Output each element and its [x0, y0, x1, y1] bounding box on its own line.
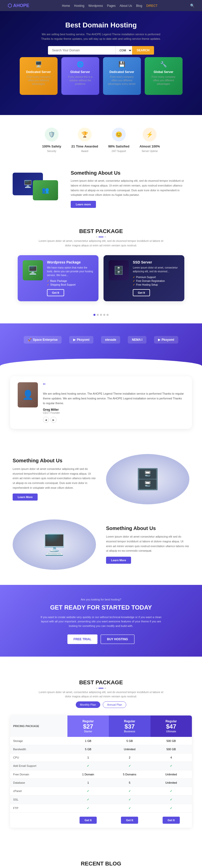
- brand-icon-5: ▶: [158, 338, 160, 342]
- about-learn-more-btn[interactable]: Learn more: [71, 201, 96, 208]
- feature-icon-2: 🌐: [66, 61, 95, 68]
- feature-icon-1: 🖥️: [24, 61, 53, 68]
- search-icon[interactable]: 🔍: [190, 3, 195, 7]
- sdot-3[interactable]: [100, 314, 102, 316]
- sdot-4[interactable]: [103, 314, 105, 316]
- pkg-feature-2a: Premium Support: [133, 276, 179, 279]
- pricing-pkg-label: PRICING PACKAGE: [10, 715, 68, 737]
- pricing-toggle: Monthly Plan Annual Plan: [10, 702, 192, 708]
- feature-title-1: Dedicated Server: [24, 70, 53, 74]
- pricing-row-cpu: CPU 1 2 4: [10, 753, 192, 762]
- feature-storage: Storage: [10, 737, 68, 745]
- email-v2: ✓: [109, 762, 150, 770]
- nav-home[interactable]: Home: [62, 4, 70, 7]
- blog-title: RECENT BLOG: [20, 861, 182, 867]
- testimonial-next-btn[interactable]: ▶: [51, 417, 56, 423]
- monthly-plan-btn[interactable]: Monthly Plan: [76, 702, 101, 708]
- cta-title: GET READY FOR STARTED TODAY: [10, 604, 192, 611]
- about-images: 🖥️ 👥: [12, 173, 63, 205]
- pricing-btn-cell-2: Get It: [109, 812, 150, 828]
- feature-ssl: SSL: [10, 795, 68, 804]
- testimonial-title: CEO / Founder: [43, 411, 184, 414]
- brand-4: NEMA I: [128, 336, 147, 343]
- hero-search-form: .COM.NET.ORG SEARCH: [48, 46, 154, 55]
- package-cards-1: 🖥️ Wordpress Package We have many option…: [0, 250, 202, 311]
- nav-hosting[interactable]: Hosting: [74, 4, 84, 7]
- nav-blog[interactable]: Blog: [136, 4, 142, 7]
- pkg-feature-1a: Basic Package: [47, 280, 94, 282]
- sdot-5[interactable]: [106, 314, 108, 316]
- nav-direct[interactable]: DIRECT: [146, 4, 157, 7]
- pricing-row-cpanel: cPanel ✓ ✓ ✓: [10, 787, 192, 795]
- pricing-tfoot: Get It Get It Get It: [10, 812, 192, 828]
- domain-search-input[interactable]: [48, 46, 116, 55]
- feature-desc-3: From every company offers you different …: [107, 75, 137, 86]
- annual-plan-btn[interactable]: Annual Plan: [103, 702, 126, 708]
- pkg-feature-2c: Free Hosting Setup: [133, 283, 179, 286]
- get-it-btn-2[interactable]: Get It: [121, 817, 138, 824]
- nav-wordpress[interactable]: Wordpress: [89, 4, 103, 7]
- testimonial-content: " We are selling best hosting service. T…: [43, 382, 184, 423]
- about3-text: Something About Us Lorem ipsum dolor sit…: [106, 525, 190, 564]
- cta-buy-hosting-btn[interactable]: BUY HOSTING: [101, 634, 134, 644]
- pkg-desc-2: Lorem ipsum dolor sit amet, consectetur …: [133, 266, 179, 273]
- storage-v1: 1 GB: [68, 737, 109, 745]
- stat-uptime-desc: Server Uptime: [142, 150, 158, 153]
- pkg-btn-1[interactable]: Get It: [47, 289, 64, 296]
- about-section-3: 🖥️ Something About Us Lorem ipsum dolor …: [0, 515, 202, 585]
- domain-extension-select[interactable]: .COM.NET.ORG: [116, 46, 132, 55]
- pkg-content-2: SSD Server Lorem ipsum dolor sit amet, c…: [133, 260, 179, 296]
- pricing-plan-1: Regular $27 Starter: [68, 715, 109, 737]
- stat-safety: 🛡️ 100% Safety Security: [42, 128, 61, 153]
- best-package-header-1: BEST PACKAGE Lorem ipsum dolor sit amet,…: [0, 218, 202, 250]
- logo-text: AHOPE: [13, 3, 29, 8]
- sdot-1[interactable]: [94, 314, 96, 316]
- plan3-period: Regular: [153, 719, 189, 723]
- stat-award-label: 21 Time Awarded: [72, 145, 98, 148]
- brand-3: elevade: [101, 336, 120, 343]
- site-logo[interactable]: ⬡ AHOPE: [7, 2, 29, 8]
- pkg-features-1: Basic Package Shipping Boot Support: [47, 280, 94, 286]
- about2-desc: Lorem ipsum dolor sit amet consectetur a…: [12, 467, 96, 490]
- pkg-title-2: SSD Server: [133, 260, 179, 264]
- storage-v2: 5 GB: [109, 737, 150, 745]
- ssl-v3: ✓: [151, 795, 192, 804]
- hero-title: Best Domain Hosting: [65, 21, 136, 29]
- get-it-btn-3[interactable]: Get It: [162, 817, 180, 824]
- cta-free-trial-btn[interactable]: FREE TRIAL: [68, 634, 98, 644]
- database-v2: 5: [109, 778, 150, 787]
- cpu-v1: 1: [68, 753, 109, 762]
- wave-section: 🚀 Space Enterprise ▶ Pkoyoml elevade NEM…: [0, 323, 202, 366]
- about-section-2: Something About Us Lorem ipsum dolor sit…: [0, 439, 202, 515]
- sdot-2[interactable]: [97, 314, 99, 316]
- pkg-btn-2[interactable]: Get It: [133, 289, 150, 296]
- feature-card-2: 🌐 Global Server If you choose this is a …: [61, 57, 99, 95]
- pricing-btns-row: Get It Get It Get It: [10, 812, 192, 828]
- uptime-icon: ⚡: [143, 128, 156, 142]
- feature-title-3: Dedicated Server: [107, 70, 137, 74]
- get-it-btn-1[interactable]: Get It: [79, 817, 97, 824]
- about2-btn[interactable]: Learn More: [12, 494, 37, 501]
- pricing-row-bandwidth: Bandwidth 5 GB Unlimited 500 GB: [10, 745, 192, 753]
- pkg-card-ssd: 🗄️ SSD Server Lorem ipsum dolor sit amet…: [103, 255, 184, 301]
- hero-description: We are selling best hosting service. The…: [38, 32, 164, 41]
- nav-pages[interactable]: Pages: [107, 4, 116, 7]
- domain-v2: 5 Domains: [109, 770, 150, 778]
- quote-mark: ": [43, 382, 184, 389]
- ftp-v1: ✓: [68, 804, 109, 812]
- about3-btn[interactable]: Learn More: [106, 557, 131, 564]
- stat-safety-label: 100% Safety: [42, 145, 61, 148]
- cpanel-v1: ✓: [68, 787, 109, 795]
- about2-title: Something About Us: [12, 458, 96, 464]
- feature-domain: Free Domain: [10, 770, 68, 778]
- nav-about[interactable]: About Us: [120, 4, 132, 7]
- stat-award-desc: Award: [81, 150, 88, 153]
- ftp-v2: ✓: [109, 804, 150, 812]
- dot-3: [104, 237, 106, 237]
- testimonial-prev-btn[interactable]: ◀: [43, 417, 49, 423]
- dot-2: [99, 237, 103, 237]
- feature-icon-3: 💾: [107, 61, 137, 68]
- search-button[interactable]: SEARCH: [132, 46, 154, 55]
- pricing-btn-cell-3: Get It: [151, 812, 192, 828]
- cta-buttons: FREE TRIAL BUY HOSTING: [10, 634, 192, 644]
